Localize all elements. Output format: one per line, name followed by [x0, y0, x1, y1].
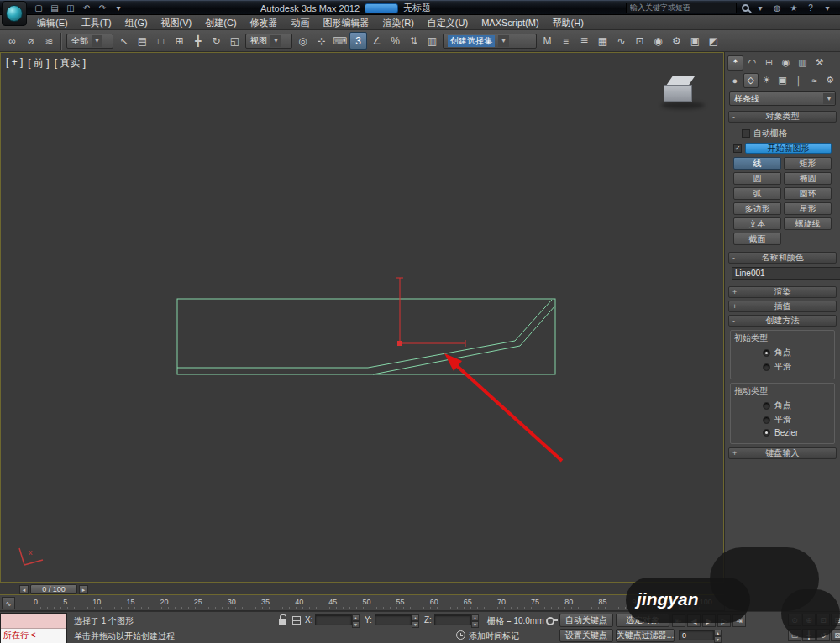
coord-x-spinner[interactable]: ▲▼: [352, 614, 360, 625]
menu-item[interactable]: 创建(C): [198, 15, 243, 30]
coord-z-field[interactable]: [434, 614, 471, 625]
communication-center-icon[interactable]: ◍: [771, 2, 783, 13]
next-frame-button[interactable]: ▷: [717, 614, 731, 627]
maxscript-mini-listener[interactable]: 所在行 <: [0, 613, 67, 643]
shape-type-dropdown[interactable]: 样条线 ▼: [729, 91, 836, 106]
help-icon[interactable]: ?: [805, 2, 816, 13]
favorites-icon[interactable]: ★: [788, 2, 800, 13]
tab-display[interactable]: ▥: [795, 55, 811, 71]
object-type-button[interactable]: 矩形: [784, 157, 832, 170]
coord-y-spinner[interactable]: ▲▼: [412, 614, 419, 625]
angle-snap-icon[interactable]: ∠: [368, 32, 386, 50]
keyboard-override-icon[interactable]: ⌨: [331, 32, 349, 50]
maximize-viewport-icon[interactable]: ⊠: [831, 629, 840, 641]
selection-filter-dropdown[interactable]: 全部 ▼: [66, 34, 113, 49]
object-type-button[interactable]: 多边形: [733, 202, 781, 215]
initial-type-radio[interactable]: 平滑: [763, 361, 831, 373]
category-helpers-icon[interactable]: ┼: [790, 73, 806, 88]
frame-spinner[interactable]: ▲▼: [714, 630, 722, 640]
rectangular-region-icon[interactable]: □: [152, 32, 170, 50]
application-menu-button[interactable]: [2, 1, 27, 26]
viewport-front[interactable]: [ + ][ 前 ][ 真实 ] x: [0, 52, 724, 583]
coord-x-field[interactable]: [315, 614, 352, 625]
rollout-header-creation-method[interactable]: - 创建方法: [728, 315, 837, 327]
spinner-snap-icon[interactable]: ⇅: [405, 32, 423, 50]
mini-curve-editor-button[interactable]: ∿: [2, 597, 15, 609]
start-new-shape-checkbox[interactable]: [733, 144, 742, 153]
menu-item[interactable]: 帮助(H): [546, 15, 591, 30]
track-bar[interactable]: 0510152025303540455055606570758085909510…: [0, 595, 724, 611]
drag-type-radio[interactable]: 角点: [763, 400, 831, 411]
schematic-view-icon[interactable]: ⊡: [631, 32, 648, 50]
layer-manager-icon[interactable]: ≣: [575, 32, 593, 50]
object-type-button[interactable]: 圆: [733, 172, 781, 185]
new-scene-icon[interactable]: ▢: [32, 2, 45, 13]
redo-icon[interactable]: ↷: [96, 2, 109, 13]
menu-item[interactable]: 图形编辑器: [317, 15, 376, 30]
percent-snap-icon[interactable]: %: [386, 32, 404, 50]
save-file-icon[interactable]: ◫: [64, 2, 77, 13]
pan-icon[interactable]: ╋: [802, 629, 816, 641]
undo-icon[interactable]: ↶: [80, 2, 93, 13]
add-time-tag[interactable]: 添加时间标记: [469, 630, 519, 642]
coord-y-field[interactable]: [375, 614, 412, 625]
menu-item[interactable]: 视图(V): [155, 15, 199, 30]
rollout-header-name-color[interactable]: - 名称和颜色: [728, 252, 837, 264]
time-slider[interactable]: ◂ 0 / 100 ▸: [0, 583, 724, 595]
select-and-link-icon[interactable]: ∞: [3, 32, 21, 50]
viewport-general-menu[interactable]: [ + ]: [6, 56, 23, 71]
time-slider-next-nub[interactable]: ▸: [79, 585, 88, 594]
drag-type-radio[interactable]: Bezier: [763, 428, 831, 437]
object-type-button[interactable]: 截面: [733, 233, 781, 245]
prev-frame-button[interactable]: ◀: [687, 614, 701, 627]
window-crossing-icon[interactable]: ⊞: [171, 32, 188, 50]
time-slider-prev-nub[interactable]: ◂: [19, 585, 29, 594]
object-type-button[interactable]: 螺旋线: [784, 217, 832, 230]
mirror-icon[interactable]: M: [538, 32, 556, 50]
search-input[interactable]: [626, 3, 737, 13]
goto-end-button[interactable]: ⇥: [732, 614, 746, 627]
time-tag-icon[interactable]: [456, 630, 465, 640]
selection-lock-icon[interactable]: [279, 619, 286, 625]
graphite-ribbon-icon[interactable]: ▦: [594, 32, 612, 50]
select-by-name-icon[interactable]: ▤: [134, 32, 151, 50]
spline-line001[interactable]: [177, 299, 555, 374]
rollout-header-object-type[interactable]: - 对象类型: [728, 111, 837, 123]
open-file-icon[interactable]: ▤: [48, 2, 61, 13]
category-shapes-icon[interactable]: ◇: [743, 73, 759, 88]
set-key-button[interactable]: 设置关键点: [559, 629, 613, 642]
edit-named-sets-icon[interactable]: ▥: [423, 32, 441, 50]
category-spacewarps-icon[interactable]: ≈: [806, 73, 822, 88]
category-systems-icon[interactable]: ⚙: [822, 73, 837, 88]
select-and-scale-icon[interactable]: ◱: [226, 32, 244, 50]
select-and-rotate-icon[interactable]: ↻: [207, 32, 225, 50]
time-slider-handle[interactable]: 0 / 100: [30, 584, 77, 594]
menu-item[interactable]: 渲染(R): [376, 15, 421, 30]
use-pivot-center-icon[interactable]: ◎: [294, 32, 312, 50]
start-new-shape-button[interactable]: 开始新图形: [745, 143, 832, 154]
material-editor-icon[interactable]: ◉: [649, 32, 667, 50]
rollout-header-interpolation[interactable]: + 插值: [728, 301, 837, 312]
named-selection-sets-dropdown[interactable]: 创建选择集 ▼: [443, 34, 537, 49]
drag-type-radio[interactable]: 平滑: [763, 414, 831, 426]
menu-item[interactable]: 组(G): [118, 15, 155, 30]
menu-item[interactable]: MAXScript(M): [475, 15, 545, 30]
menu-item[interactable]: 编辑(E): [30, 15, 75, 30]
object-type-button[interactable]: 弧: [733, 187, 781, 200]
object-name-field[interactable]: [732, 267, 840, 280]
tab-motion[interactable]: ◉: [778, 55, 794, 71]
tab-create[interactable]: ＊: [727, 55, 743, 71]
align-icon[interactable]: ≡: [557, 32, 575, 50]
rollout-header-keyboard-entry[interactable]: + 键盘输入: [728, 447, 837, 459]
menu-item[interactable]: 自定义(U): [421, 15, 475, 30]
render-production-icon[interactable]: ◩: [705, 32, 722, 50]
zoom-icon[interactable]: ⊙: [788, 614, 801, 626]
zoom-region-icon[interactable]: ▭: [788, 629, 801, 641]
zoom-extents-icon[interactable]: ⊡: [816, 614, 830, 626]
initial-type-radio[interactable]: 角点: [763, 347, 831, 358]
infocenter-menu-icon[interactable]: ▾: [822, 2, 833, 13]
object-type-button[interactable]: 文本: [733, 217, 781, 230]
viewport-view-menu[interactable]: [ 前 ]: [28, 56, 49, 71]
object-type-button[interactable]: 星形: [784, 202, 832, 215]
tab-hierarchy[interactable]: ⊞: [761, 55, 777, 71]
